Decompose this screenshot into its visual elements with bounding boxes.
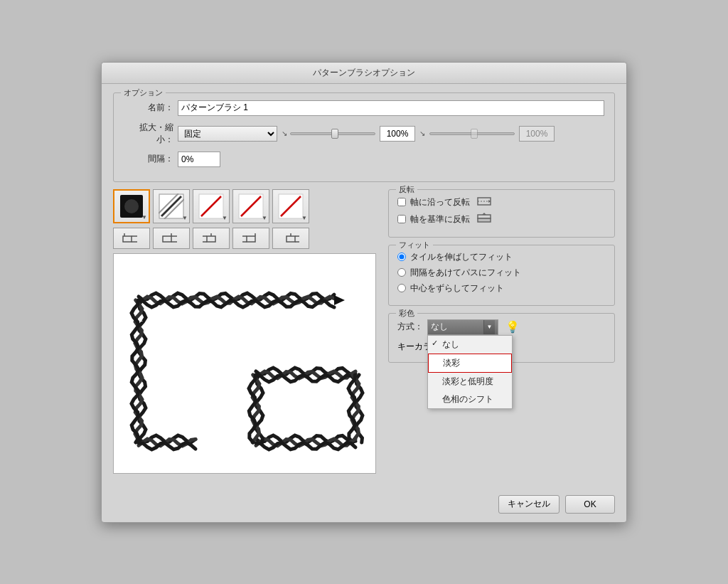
svg-point-2 (124, 199, 139, 213)
scale-row: 拡大・縮小： 固定 ランダム 圧力 ↘ ↘ (124, 122, 604, 146)
axis-flip-row: 軸に沿って反転 (397, 196, 606, 209)
align-btn-5[interactable] (272, 228, 309, 249)
scale-slider-1-container: ↘ (282, 129, 375, 137)
align-icon-4 (241, 230, 261, 246)
ok-button[interactable]: OK (565, 495, 615, 514)
tile-icon-1 (119, 193, 144, 219)
align-icon-5 (281, 230, 301, 246)
align-icons-row (113, 228, 380, 249)
dropdown-item-tint[interactable]: 淡彩 (428, 354, 512, 373)
method-row: 方式： なし ▼ なし 淡彩 淡彩と低明度 色相のシフト (397, 319, 606, 335)
align-btn-4[interactable] (232, 228, 269, 249)
name-input[interactable] (178, 100, 604, 116)
method-label: 方式： (397, 321, 423, 333)
options-section: オプション 名前： 拡大・縮小： 固定 ランダム 圧力 ↘ (113, 92, 615, 182)
base-flip-checkbox[interactable] (397, 215, 406, 223)
svg-rect-14 (123, 236, 132, 242)
tile-btn-3[interactable]: ▼ (193, 189, 230, 223)
preview-area (113, 253, 376, 474)
fit-option-3-row: 中心をずらしてフィット (397, 282, 606, 294)
cancel-button[interactable]: キャンセル (498, 495, 560, 514)
fit-section-label: フィット (396, 240, 433, 250)
svg-rect-22 (207, 236, 215, 242)
spacing-row: 間隔： (124, 152, 604, 167)
method-dropdown[interactable]: なし ▼ (427, 319, 498, 335)
tile-btn-4[interactable]: ▼ (232, 189, 269, 223)
scale-value-2 (519, 126, 555, 142)
dropdown-item-hue-shift[interactable]: 色相のシフト (428, 391, 512, 408)
scale-label: 拡大・縮小： (124, 122, 173, 146)
fit-option-1-row: タイルを伸ばしてフィット (397, 251, 606, 263)
svg-rect-38 (478, 218, 491, 222)
align-icon-1 (122, 230, 141, 246)
color-section-label: 彩色 (396, 308, 417, 319)
tile-icon-4 (238, 193, 264, 219)
right-panel: 反転 軸に沿って反転 (388, 189, 615, 474)
fit-section: フィット タイルを伸ばしてフィット 間隔をあけてパスにフィット 中心をずらしてフ… (388, 245, 615, 306)
align-btn-2[interactable] (153, 228, 190, 249)
options-section-label: オプション (121, 87, 166, 98)
scale-slider-2 (429, 132, 515, 135)
base-flip-label: 軸を基準に反転 (410, 213, 470, 225)
flip-section: 反転 軸に沿って反転 (388, 189, 615, 238)
tile-dropdown-arrow-2: ▼ (182, 215, 188, 221)
align-btn-1[interactable] (113, 228, 150, 249)
tile-icon-5 (278, 193, 304, 219)
tile-dropdown-arrow-1: ▼ (141, 214, 147, 221)
dropdown-item-tint-shade[interactable]: 淡彩と低明度 (428, 373, 512, 391)
fit-option-2-label: 間隔をあけてパスにフィット (410, 267, 521, 279)
svg-marker-39 (482, 213, 486, 215)
name-label: 名前： (124, 102, 173, 114)
pattern-brush-options-dialog: パターンブラシオプション オプション 名前： 拡大・縮小： 固定 ランダム 圧力 (101, 62, 627, 523)
method-value: なし (431, 321, 448, 333)
color-section: 彩色 方式： なし ▼ なし 淡彩 淡彩と低明 (388, 313, 615, 363)
tile-btn-5[interactable]: ▼ (272, 189, 309, 223)
fit-option-2-radio[interactable] (397, 268, 406, 277)
base-flip-row: 軸を基準に反転 (397, 213, 606, 226)
tile-dropdown-arrow-4: ▼ (262, 215, 267, 221)
bottom-bar: キャンセル OK (102, 489, 626, 522)
name-row: 名前： (124, 100, 604, 116)
svg-rect-18 (163, 236, 171, 242)
axis-flip-label: 軸に沿って反転 (410, 196, 470, 208)
align-icon-3 (201, 230, 221, 246)
bulb-icon: 💡 (505, 320, 520, 334)
fit-option-3-radio[interactable] (397, 284, 406, 292)
method-dropdown-wrapper: なし ▼ なし 淡彩 淡彩と低明度 色相のシフト (427, 319, 498, 335)
fit-option-1-radio[interactable] (397, 253, 406, 261)
scale-dropdown[interactable]: 固定 ランダム 圧力 (178, 126, 277, 142)
main-content: ▼ ▼ (113, 189, 615, 474)
axis-flip-checkbox[interactable] (397, 198, 406, 206)
tile-btn-2[interactable]: ▼ (153, 189, 190, 223)
scale-slider-1[interactable] (290, 132, 375, 135)
fit-option-2-row: 間隔をあけてパスにフィット (397, 267, 606, 279)
fit-option-1-label: タイルを伸ばしてフィット (410, 251, 513, 263)
tile-dropdown-arrow-5: ▼ (301, 215, 307, 221)
svg-rect-30 (287, 236, 295, 242)
method-dropdown-arrow: ▼ (483, 320, 495, 334)
rope-canvas (114, 254, 376, 474)
arrow-left-icon: ↘ (282, 129, 287, 137)
align-btn-3[interactable] (193, 228, 230, 249)
title-bar: パターンブラシオプション (102, 63, 626, 84)
align-icon-2 (161, 230, 181, 246)
tile-icon-3 (198, 193, 224, 219)
scale-value-1[interactable] (380, 126, 415, 142)
axis-flip-icon (477, 196, 491, 209)
tile-icon-2 (159, 193, 184, 219)
dropdown-item-none[interactable]: なし (428, 336, 512, 354)
arrow-right-icon: ↘ (419, 129, 425, 137)
left-panel: ▼ ▼ (113, 189, 380, 474)
tile-btn-1[interactable]: ▼ (113, 189, 150, 223)
fit-option-3-label: 中心をずらしてフィット (410, 282, 504, 294)
spacing-label: 間隔： (124, 153, 173, 165)
color-method-dropdown-menu: なし 淡彩 淡彩と低明度 色相のシフト (427, 335, 513, 409)
tile-dropdown-arrow-3: ▼ (222, 215, 228, 221)
svg-rect-26 (247, 236, 255, 242)
dialog-title: パターンブラシオプション (313, 68, 415, 78)
tile-buttons-row: ▼ ▼ (113, 189, 380, 223)
base-flip-icon (477, 213, 491, 226)
spacing-input[interactable] (178, 152, 220, 167)
flip-section-label: 反転 (396, 184, 417, 195)
